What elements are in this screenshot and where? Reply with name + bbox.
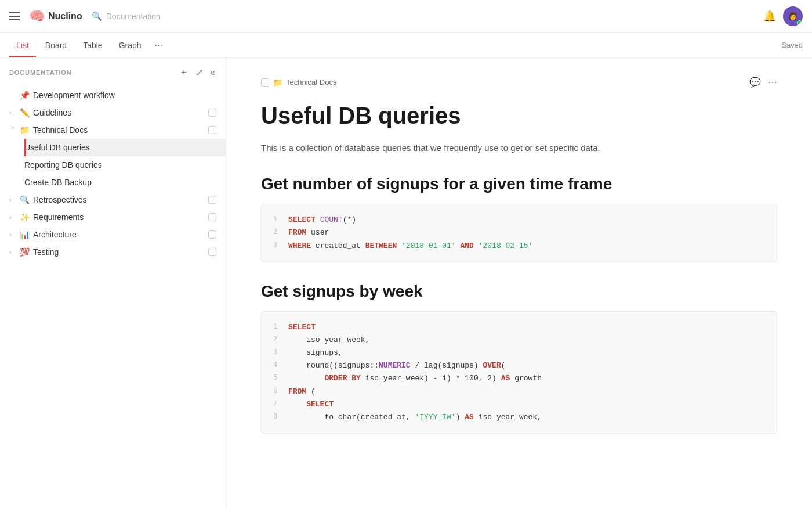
sidebar-item-label: Useful DB queries — [24, 143, 216, 152]
code-line: 1 SELECT — [273, 321, 765, 334]
sidebar-actions: ＋ ⤢ « — [178, 65, 216, 80]
sidebar-collapse-button[interactable]: « — [209, 66, 216, 79]
sidebar-item-label: Testing — [33, 247, 205, 257]
sidebar-list: 📌 Development workflow › ✏️ Guidelines ›… — [0, 87, 226, 508]
item-checkbox[interactable] — [208, 126, 216, 134]
item-icon: ✨ — [20, 212, 30, 222]
sidebar-item-technical-docs[interactable]: › 📁 Technical Docs — [0, 121, 226, 139]
breadcrumb: 📁 Technical Docs — [261, 78, 336, 87]
item-icon: ✏️ — [20, 108, 30, 117]
tab-board[interactable]: Board — [38, 35, 74, 57]
sidebar-item-guidelines[interactable]: › ✏️ Guidelines — [0, 104, 226, 121]
item-icon: 📌 — [20, 91, 30, 100]
item-checkbox[interactable] — [208, 213, 216, 221]
code-line: 3 signups, — [273, 347, 765, 359]
logo-text: Nuclino — [48, 11, 82, 21]
item-icon: 📁 — [20, 125, 30, 135]
item-checkbox[interactable] — [208, 196, 216, 204]
tab-table[interactable]: Table — [76, 35, 109, 57]
search-placeholder: Documentation — [106, 12, 161, 21]
search-icon: 🔍 — [92, 11, 103, 21]
chevron-icon: › — [10, 127, 16, 134]
item-checkbox[interactable] — [208, 109, 216, 117]
code-line: 6 FROM ( — [273, 385, 765, 398]
chevron-icon: › — [9, 110, 16, 116]
code-line: 4 round((signups::NUMERIC / lag(signups)… — [273, 359, 765, 372]
avatar-online-indicator — [797, 20, 802, 26]
tab-bar: List Board Table Graph ⋯ Saved — [0, 33, 812, 58]
section-heading-1: Get number of signups for a given time f… — [261, 174, 777, 194]
sidebar-item-retrospectives[interactable]: › 🔍 Retrospectives — [0, 191, 226, 208]
sidebar-item-label: Guidelines — [33, 108, 205, 117]
saved-status: Saved — [781, 41, 803, 49]
breadcrumb-text: Technical Docs — [286, 78, 336, 87]
doc-title: Useful DB queries — [261, 102, 777, 129]
sidebar-item-label: Architecture — [33, 230, 205, 239]
avatar-initials: 👩 — [788, 12, 798, 20]
sidebar-item-reporting-db[interactable]: Reporting DB queries — [24, 156, 226, 174]
sidebar-item-label: Requirements — [33, 212, 205, 222]
item-icon: 📊 — [20, 230, 30, 239]
code-line: 2 iso_year_week, — [273, 334, 765, 347]
sidebar-item-label: Retrospectives — [33, 195, 205, 204]
more-options-icon[interactable]: ⋯ — [768, 77, 777, 88]
sidebar: DOCUMENTATION ＋ ⤢ « 📌 Development workfl… — [0, 58, 226, 508]
tab-list[interactable]: List — [9, 35, 36, 57]
nav-right: 🔔 👩 — [763, 6, 803, 26]
content-area: 📁 Technical Docs 💬 ⋯ Useful DB queries T… — [226, 58, 812, 508]
sidebar-item-label: Reporting DB queries — [24, 160, 216, 170]
breadcrumb-bar: 📁 Technical Docs 💬 ⋯ — [261, 77, 777, 88]
sidebar-item-label: Technical Docs — [33, 125, 205, 135]
tab-more-button[interactable]: ⋯ — [151, 35, 167, 55]
section-heading-2: Get signups by week — [261, 281, 777, 302]
sidebar-expand-button[interactable]: ⤢ — [194, 66, 204, 79]
item-checkbox[interactable] — [208, 230, 216, 239]
hamburger-menu[interactable] — [9, 12, 20, 20]
sidebar-item-architecture[interactable]: › 📊 Architecture — [0, 226, 226, 243]
logo-area: 🧠 Nuclino — [29, 9, 82, 24]
logo-icon: 🧠 — [29, 9, 45, 24]
main-layout: DOCUMENTATION ＋ ⤢ « 📌 Development workfl… — [0, 58, 812, 508]
code-line: 5 ORDER BY iso_year_week) - 1) * 100, 2)… — [273, 372, 765, 385]
doc-subtitle: This is a collection of database queries… — [261, 141, 777, 155]
avatar[interactable]: 👩 — [783, 6, 803, 26]
item-icon: 💯 — [20, 247, 30, 257]
breadcrumb-checkbox[interactable] — [261, 78, 269, 87]
tab-graph[interactable]: Graph — [112, 35, 148, 57]
chevron-icon: › — [9, 232, 16, 238]
sidebar-item-label: Development workflow — [33, 91, 216, 100]
item-checkbox[interactable] — [208, 248, 216, 256]
code-block-1: 1 SELECT COUNT(*) 2 FROM user 3 WHERE cr… — [261, 204, 777, 262]
code-line: 3 WHERE created_at BETWEEN '2018-01-01' … — [273, 240, 765, 253]
chevron-icon: › — [9, 249, 16, 255]
breadcrumb-icon: 📁 — [273, 78, 282, 87]
top-nav: 🧠 Nuclino 🔍 Documentation 🔔 👩 — [0, 0, 812, 33]
code-line: 8 to_char(created_at, 'IYYY_IW') AS iso_… — [273, 411, 765, 424]
sidebar-section-title: DOCUMENTATION — [9, 69, 173, 76]
sidebar-header: DOCUMENTATION ＋ ⤢ « — [0, 58, 226, 87]
sidebar-children-technical-docs: Useful DB queries Reporting DB queries C… — [0, 139, 226, 191]
code-line: 2 FROM user — [273, 226, 765, 239]
sidebar-item-testing[interactable]: › 💯 Testing — [0, 243, 226, 261]
code-line: 1 SELECT COUNT(*) — [273, 214, 765, 226]
code-block-2: 1 SELECT 2 iso_year_week, 3 signups, 4 r… — [261, 311, 777, 434]
bell-icon[interactable]: 🔔 — [763, 10, 776, 23]
code-line: 7 SELECT — [273, 398, 765, 411]
breadcrumb-actions: 💬 ⋯ — [749, 77, 777, 88]
sidebar-item-dev-workflow[interactable]: 📌 Development workflow — [0, 87, 226, 104]
sidebar-item-requirements[interactable]: › ✨ Requirements — [0, 208, 226, 226]
chevron-icon: › — [9, 197, 16, 203]
chevron-icon: › — [9, 214, 16, 221]
sidebar-item-create-backup[interactable]: Create DB Backup — [24, 174, 226, 191]
comment-icon[interactable]: 💬 — [749, 77, 761, 88]
sidebar-add-button[interactable]: ＋ — [178, 65, 190, 80]
search-area[interactable]: 🔍 Documentation — [92, 11, 754, 21]
sidebar-item-label: Create DB Backup — [24, 178, 216, 187]
sidebar-item-useful-db[interactable]: Useful DB queries — [24, 139, 226, 156]
item-icon: 🔍 — [20, 195, 30, 204]
